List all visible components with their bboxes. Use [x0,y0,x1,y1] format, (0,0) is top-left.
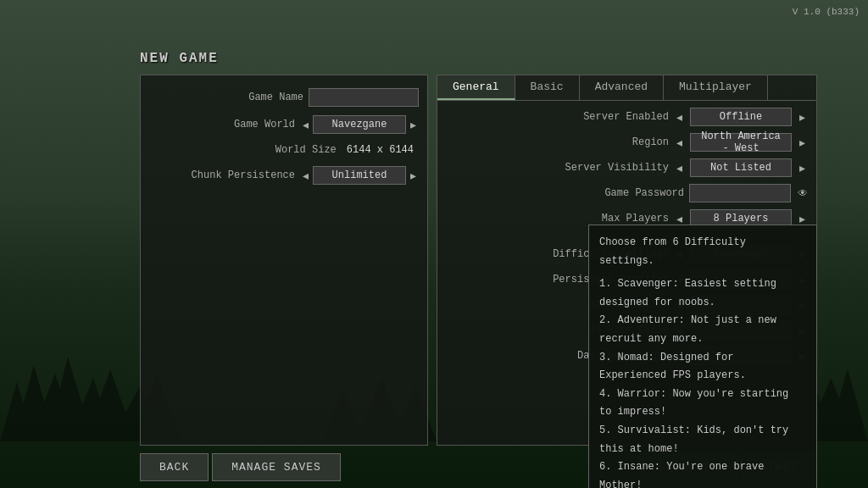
chunk-persistence-row: Chunk Persistence ◂ Unlimited ▸ [149,166,419,185]
region-label: Region [567,136,669,148]
version-label: V 1.0 (b333) [793,7,860,17]
max-players-next[interactable]: ▸ [797,213,808,225]
server-enabled-prev[interactable]: ◂ [674,111,685,123]
tab-bar: General Basic Advanced Multiplayer [437,75,816,101]
server-enabled-next[interactable]: ▸ [797,111,808,123]
game-world-prev[interactable]: ◂ [300,119,311,130]
server-visibility-prev[interactable]: ◂ [674,162,685,174]
game-password-label: Game Password [582,187,684,199]
chunk-persistence-label: Chunk Persistence [192,169,295,181]
svg-rect-19 [54,403,57,441]
region-value: North America - West [690,133,792,152]
game-name-row: Game Name [149,88,419,107]
server-enabled-row: Server Enabled ◂ Offline ▸ [446,108,808,126]
game-name-label: Game Name [202,92,303,103]
game-world-row: Game World ◂ Navezgane ▸ [149,115,419,134]
svg-rect-17 [16,412,19,441]
dropdown-title: Choose from 6 Difficulty settings. [599,234,806,270]
server-visibility-label: Server Visibility [565,162,669,174]
page-title: NEW GAME [140,51,817,66]
server-visibility-row: Server Visibility ◂ Not Listed ▸ [446,158,808,177]
game-name-input[interactable] [309,88,419,107]
chunk-persistence-next[interactable]: ▸ [408,169,419,181]
region-prev[interactable]: ◂ [674,136,685,148]
svg-rect-20 [92,399,95,441]
game-password-value [689,184,791,202]
server-visibility-value: Not Listed [690,158,792,177]
chunk-persistence-control: ◂ Unlimited ▸ [300,166,419,185]
region-row: Region ◂ North America - West ▸ [446,133,808,152]
dropdown-item-3[interactable]: 3. Nomad: Designed for Experienced FPS p… [599,349,806,385]
dropdown-item-4[interactable]: 4. Warrior: Now you're starting to impre… [599,385,806,422]
world-size-row: World Size 6144 x 6144 [149,142,419,158]
server-enabled-label: Server Enabled [567,111,669,123]
tab-multiplayer[interactable]: Multiplayer [664,75,768,100]
eye-icon[interactable]: 👁 [798,187,808,200]
game-password-row: Game Password 👁 [446,184,808,202]
dropdown-item-2[interactable]: 2. Adventurer: Not just a new recruit an… [599,312,806,348]
chunk-persistence-prev[interactable]: ◂ [300,169,311,181]
game-world-control: ◂ Navezgane ▸ [300,115,419,134]
region-next[interactable]: ▸ [797,136,808,148]
back-button[interactable]: BACK [140,453,209,481]
svg-rect-18 [33,408,36,441]
server-enabled-value: Offline [690,108,792,126]
game-world-label: Game World [193,119,295,130]
left-panel: Game Name Game World ◂ Navezgane ▸ World… [140,75,428,446]
tab-general[interactable]: General [437,75,515,100]
dropdown-item-1[interactable]: 1. Scavenger: Easiest setting designed f… [599,275,806,312]
world-size-label: World Size [235,144,337,156]
max-players-label: Max Players [567,213,669,225]
tab-basic[interactable]: Basic [515,75,580,100]
chunk-persistence-value: Unlimited [313,166,406,185]
game-world-next[interactable]: ▸ [408,119,419,130]
world-size-value: 6144 x 6144 [342,142,419,158]
manage-saves-button[interactable]: MANAGE SAVES [212,453,341,481]
server-visibility-next[interactable]: ▸ [797,162,808,174]
dropdown-item-6[interactable]: 6. Insane: You're one brave Mother! [599,458,806,488]
difficulty-dropdown: Choose from 6 Difficulty settings. 1. Sc… [588,225,817,488]
tab-advanced[interactable]: Advanced [580,75,664,100]
dropdown-item-5[interactable]: 5. Survivalist: Kids, don't try this at … [599,422,806,458]
max-players-prev[interactable]: ◂ [674,213,685,225]
game-world-value: Navezgane [313,115,406,134]
